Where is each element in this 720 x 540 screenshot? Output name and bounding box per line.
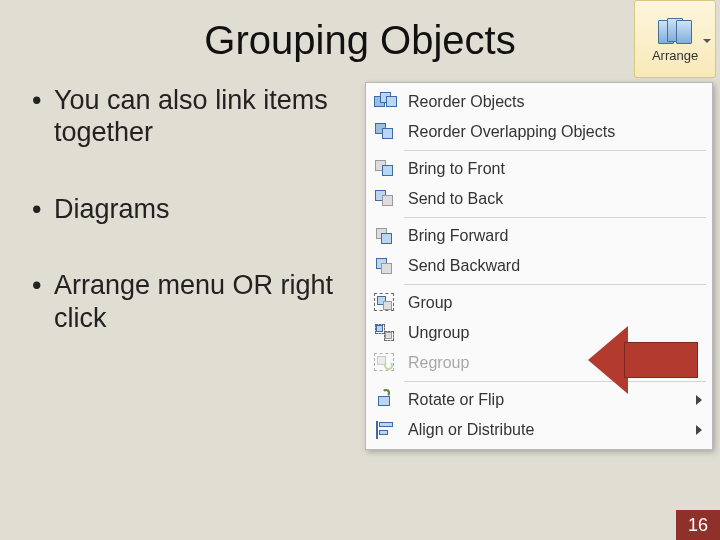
menu-item-label: Group — [408, 294, 452, 312]
arrange-menu: Reorder Objects Reorder Overlapping Obje… — [365, 82, 713, 450]
menu-item-label: Ungroup — [408, 324, 469, 342]
reorder-icon — [372, 90, 400, 114]
menu-reorder-overlapping[interactable]: Reorder Overlapping Objects — [368, 117, 710, 147]
menu-reorder-objects[interactable]: Reorder Objects — [368, 87, 710, 117]
send-backward-icon — [372, 254, 400, 278]
menu-send-to-back[interactable]: Send to Back — [368, 184, 710, 214]
reorder-overlap-icon — [372, 120, 400, 144]
menu-bring-to-front[interactable]: Bring to Front — [368, 154, 710, 184]
rotate-icon — [372, 388, 400, 412]
menu-item-label: Bring Forward — [408, 227, 508, 245]
submenu-arrow-icon — [696, 395, 702, 405]
menu-separator — [404, 150, 706, 151]
dropdown-caret-icon — [703, 39, 711, 43]
menu-item-label: Bring to Front — [408, 160, 505, 178]
menu-item-label: Regroup — [408, 354, 469, 372]
ungroup-icon — [372, 321, 400, 345]
arrange-icon — [658, 16, 692, 46]
menu-separator — [404, 284, 706, 285]
arrange-button-label: Arrange — [652, 48, 698, 63]
group-icon — [372, 291, 400, 315]
menu-item-label: Rotate or Flip — [408, 391, 504, 409]
bullet-list: You can also link items together Diagram… — [32, 84, 352, 378]
menu-send-backward[interactable]: Send Backward — [368, 251, 710, 281]
bullet-item: You can also link items together — [32, 84, 352, 149]
bring-front-icon — [372, 157, 400, 181]
callout-arrow-icon — [588, 326, 698, 394]
page-number: 16 — [676, 510, 720, 540]
regroup-icon — [372, 351, 400, 375]
menu-item-label: Reorder Overlapping Objects — [408, 123, 615, 141]
submenu-arrow-icon — [696, 425, 702, 435]
send-back-icon — [372, 187, 400, 211]
menu-item-label: Send to Back — [408, 190, 503, 208]
bullet-item: Arrange menu OR right click — [32, 269, 352, 334]
bring-forward-icon — [372, 224, 400, 248]
page-title: Grouping Objects — [0, 18, 720, 63]
menu-separator — [404, 217, 706, 218]
menu-item-label: Align or Distribute — [408, 421, 534, 439]
menu-bring-forward[interactable]: Bring Forward — [368, 221, 710, 251]
menu-item-label: Send Backward — [408, 257, 520, 275]
menu-group[interactable]: Group — [368, 288, 710, 318]
bullet-item: Diagrams — [32, 193, 352, 225]
menu-align-or-distribute[interactable]: Align or Distribute — [368, 415, 710, 445]
align-icon — [372, 418, 400, 442]
menu-item-label: Reorder Objects — [408, 93, 525, 111]
arrange-button[interactable]: Arrange — [634, 0, 716, 78]
